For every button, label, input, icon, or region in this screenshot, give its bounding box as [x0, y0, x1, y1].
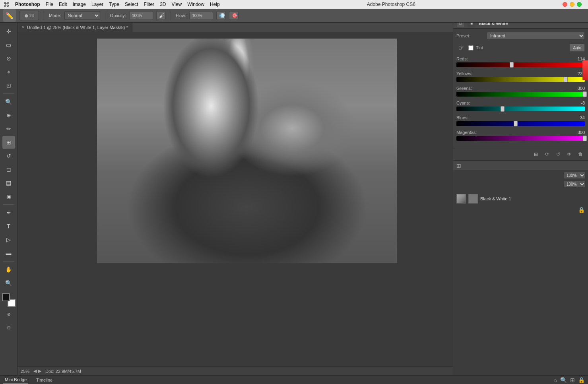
menu-window[interactable]: Window: [187, 2, 204, 7]
hand-tool[interactable]: ✋: [2, 263, 15, 276]
menu-select[interactable]: Select: [125, 2, 138, 7]
zoom-tool[interactable]: 🔍: [2, 277, 15, 289]
mini-bridge-tab[interactable]: Mini Bridge: [3, 376, 28, 384]
doc-size-display: Doc: 22.9M/45.7M: [45, 369, 81, 374]
tint-row: ☞ Tint Auto: [456, 43, 585, 52]
quick-mask-tool[interactable]: ⊘: [2, 308, 15, 320]
flow-label: Flow:: [176, 13, 186, 18]
quick-select-tool[interactable]: ⌖: [2, 66, 15, 78]
pen-tool[interactable]: ✒: [2, 206, 15, 219]
opacity-toggle[interactable]: 🖌: [156, 11, 166, 20]
zoom-value[interactable]: 25%: [21, 369, 29, 374]
shape-tool[interactable]: ▬: [2, 247, 15, 260]
brush-tool-icon[interactable]: ✏️: [3, 9, 16, 22]
fill-row: 100% 75% 50%: [453, 171, 588, 180]
bottom-search-icon[interactable]: 🔍: [560, 377, 567, 383]
mini-bridge-bar: Mini Bridge Timeline ⌂ 🔍 ⊞ 🔒: [0, 375, 588, 384]
greens-thumb[interactable]: [583, 91, 587, 97]
greens-slider-row: Greens: 300: [456, 86, 585, 97]
bottom-lock-icon[interactable]: 🔒: [578, 377, 585, 383]
close-button[interactable]: [563, 2, 567, 7]
auto-button[interactable]: Auto: [569, 44, 585, 52]
gradient-tool[interactable]: ▤: [2, 176, 15, 189]
doc-tab-label: Untitled-1 @ 25% (Black & White 1, Layer…: [27, 25, 128, 30]
move-tool[interactable]: ✛: [2, 25, 15, 38]
menu-file[interactable]: File: [46, 2, 53, 7]
menu-edit[interactable]: Edit: [59, 2, 67, 7]
bottom-grid-icon[interactable]: ⊞: [570, 377, 575, 383]
bottom-home-icon[interactable]: ⌂: [554, 377, 557, 383]
marquee-tool[interactable]: ▭: [2, 39, 15, 51]
stamp-tool[interactable]: ⊞: [2, 136, 15, 149]
screen-mode-tool[interactable]: ⊡: [2, 321, 15, 334]
action-visibility-icon[interactable]: 👁: [565, 150, 574, 159]
brush-size-display[interactable]: ● 23: [19, 11, 39, 20]
color-swatches[interactable]: [2, 293, 16, 307]
grid-icon[interactable]: ⊞: [456, 163, 461, 169]
doc-tab[interactable]: ✕ Untitled-1 @ 25% (Black & White 1, Lay…: [17, 23, 132, 32]
crop-tool[interactable]: ⊡: [2, 79, 15, 92]
path-select-tool[interactable]: ▷: [2, 233, 15, 246]
opacity-select[interactable]: 100% 75% 50%: [564, 180, 586, 188]
dodge-tool[interactable]: ◉: [2, 190, 15, 203]
blues-track[interactable]: [456, 121, 585, 126]
menu-filter[interactable]: Filter: [144, 2, 154, 7]
heal-tool[interactable]: ⊕: [2, 109, 15, 122]
action-reset-icon[interactable]: ↺: [554, 150, 563, 159]
reds-track[interactable]: [456, 62, 585, 67]
type-tool[interactable]: T: [2, 220, 15, 233]
menu-view[interactable]: View: [171, 2, 182, 7]
brush-tool[interactable]: ✏: [2, 122, 15, 135]
menu-image[interactable]: Image: [73, 2, 86, 7]
preset-select[interactable]: Infrared Default Custom: [487, 32, 585, 40]
extra-option[interactable]: 🎯: [229, 11, 239, 20]
yellows-thumb[interactable]: [564, 77, 568, 82]
status-bar: 25% ◀▶ Doc: 22.9M/45.7M: [17, 367, 461, 375]
lasso-tool[interactable]: ⊙: [2, 52, 15, 65]
magentas-thumb[interactable]: [583, 136, 587, 141]
tool-divider-1: [3, 93, 14, 94]
airbrush-toggle[interactable]: 💨: [216, 11, 226, 20]
menu-photoshop[interactable]: Photoshop: [15, 2, 40, 7]
blues-thumb[interactable]: [514, 121, 518, 126]
action-link-icon[interactable]: ⟳: [543, 150, 551, 159]
lock-icon[interactable]: 🔒: [578, 207, 585, 213]
cyans-label: Cyans:: [456, 101, 470, 105]
timeline-tab[interactable]: Timeline: [35, 377, 54, 383]
mode-select[interactable]: Normal: [64, 11, 100, 20]
menu-help[interactable]: Help: [210, 2, 220, 7]
preset-label: Preset:: [456, 33, 484, 38]
magentas-label: Magentas:: [456, 130, 477, 135]
hand-select-icon[interactable]: ☞: [456, 43, 466, 52]
maximize-button[interactable]: [577, 2, 582, 7]
magentas-track[interactable]: [456, 136, 585, 141]
apple-menu[interactable]: ⌘: [3, 1, 10, 8]
tab-close-icon[interactable]: ✕: [21, 25, 25, 29]
action-delete-icon[interactable]: 🗑: [576, 150, 585, 159]
fill-select[interactable]: 100% 75% 50%: [564, 172, 586, 179]
preset-row: Preset: Infrared Default Custom: [456, 32, 585, 40]
menu-layer[interactable]: Layer: [91, 2, 103, 7]
document-tabs: ✕ Untitled-1 @ 25% (Black & White 1, Lay…: [17, 23, 461, 32]
layer-item[interactable]: Black & White 1: [453, 192, 588, 205]
zoom-display: 25%: [21, 369, 29, 374]
history-tool[interactable]: ↺: [2, 149, 15, 162]
reds-thumb[interactable]: [510, 62, 514, 68]
status-arrows[interactable]: ◀▶: [33, 368, 41, 374]
tint-checkbox[interactable]: [468, 45, 474, 50]
yellows-track[interactable]: [456, 77, 585, 82]
properties-content: Preset: Infrared Default Custom ☞ Tint A…: [453, 29, 588, 148]
action-grid-icon[interactable]: ⊞: [532, 150, 540, 159]
minimize-button[interactable]: [570, 2, 574, 7]
menu-type[interactable]: Type: [109, 2, 119, 7]
opacity-value[interactable]: 100%: [129, 11, 153, 20]
foreground-color[interactable]: [2, 293, 10, 301]
menu-3d[interactable]: 3D: [160, 2, 166, 7]
cyans-thumb[interactable]: [501, 106, 505, 112]
greens-track[interactable]: [456, 92, 585, 97]
cyans-track[interactable]: [456, 107, 585, 111]
eyedropper-tool[interactable]: 🔍: [2, 95, 15, 108]
mode-label: Mode:: [49, 13, 61, 18]
eraser-tool[interactable]: ◻: [2, 163, 15, 176]
flow-value[interactable]: 100%: [189, 11, 213, 20]
